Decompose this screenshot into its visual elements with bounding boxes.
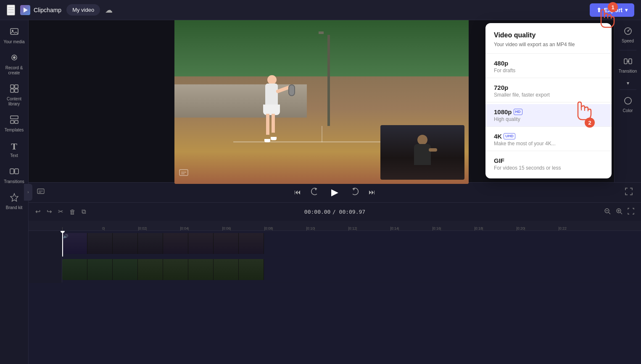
svg-marker-0: [24, 8, 28, 13]
sidebar-item-brand-kit[interactable]: Brand kit: [2, 189, 27, 214]
clip-thumb-2-3: [138, 259, 163, 280]
undo-button[interactable]: ↩: [34, 206, 42, 217]
ruler-tick-6: |0:06: [188, 226, 230, 230]
topbar-right: ⬆ Export ▾: [590, 3, 634, 17]
sidebar-item-record[interactable]: Record &create: [2, 50, 27, 79]
fullscreen-button[interactable]: [623, 186, 634, 199]
topbar-left: ☰ Clipchamp My video ☁: [7, 4, 585, 16]
quality-480p-name: 480p: [494, 60, 603, 67]
ruler-tick-16: |0:16: [398, 226, 441, 230]
sidebar-item-text[interactable]: T Text: [2, 138, 27, 162]
zoom-out-button[interactable]: [602, 206, 612, 217]
copy-button[interactable]: ⧉: [80, 206, 88, 217]
speed-icon: [624, 27, 632, 37]
play-button[interactable]: ▶: [328, 185, 342, 199]
sidebar-expand-toggle[interactable]: ›: [24, 184, 32, 201]
quality-option-4k[interactable]: 4K UHD Make the most of your 4K...: [485, 128, 612, 151]
sidebar-content-library-label: Contentlibrary: [7, 97, 21, 107]
skip-back-button[interactable]: ⏮: [293, 187, 303, 198]
tracks-area[interactable]: 🔊: [29, 231, 641, 364]
hamburger-menu-button[interactable]: ☰: [7, 5, 15, 16]
track-2-clip[interactable]: [62, 259, 277, 280]
transition-icon: [624, 57, 632, 68]
forward-button[interactable]: [348, 186, 360, 199]
divider-4: [485, 126, 612, 127]
color-icon: [624, 97, 632, 107]
right-panel-speed[interactable]: Speed: [616, 24, 640, 47]
divider-1: [485, 53, 612, 54]
cut-button[interactable]: ✂: [56, 206, 65, 217]
track-2-content: [62, 259, 277, 280]
fit-timeline-button[interactable]: [626, 206, 636, 217]
ruler-tick-4: |0:04: [146, 226, 188, 230]
zoom-in-button[interactable]: [614, 206, 624, 217]
right-panel-color[interactable]: Color: [616, 93, 640, 116]
svg-rect-10: [11, 120, 14, 123]
clip-thumb-2-1: [87, 259, 113, 280]
redo-button[interactable]: ↪: [45, 206, 54, 217]
svg-line-27: [609, 212, 610, 214]
quality-option-480p[interactable]: 480p For drafts: [485, 55, 612, 78]
sidebar-item-content-library[interactable]: Contentlibrary: [2, 81, 27, 110]
right-panel-transition[interactable]: Transition: [616, 54, 640, 77]
ruler-tick-14: |0:14: [356, 226, 398, 230]
playhead-marker: [61, 231, 65, 233]
ruler-tick-8: |0:08: [230, 226, 272, 230]
sidebar-record-label: Record &create: [5, 65, 23, 76]
delete-button[interactable]: 🗑: [68, 207, 77, 217]
svg-line-31: [620, 212, 622, 214]
track-1-clip[interactable]: 🔊: [62, 233, 277, 254]
video-quality-title: Video quality: [485, 31, 612, 42]
caption-toggle-button[interactable]: [35, 186, 46, 199]
controls-center: ⏮ ▶ ⏭: [293, 185, 377, 199]
clip-thumb-2-6: [214, 259, 239, 280]
svg-rect-1: [11, 29, 18, 34]
ruler-tick-12: |0:12: [314, 226, 356, 230]
pip-inner: [380, 125, 464, 180]
rewind-button[interactable]: [309, 186, 321, 199]
svg-rect-14: [179, 170, 188, 175]
timeline-zoom-controls: [602, 206, 636, 217]
clip-thumb-1-3: [138, 233, 163, 254]
sidebar-item-templates[interactable]: Templates: [2, 112, 27, 136]
content-library-icon: [10, 84, 19, 95]
clip-thumb-row-1: 🔊: [62, 233, 264, 254]
svg-rect-7: [11, 89, 14, 92]
current-time: 00:00.00: [304, 209, 331, 215]
quality-1080p-name: 1080p HD: [494, 108, 603, 115]
your-media-icon: [10, 27, 19, 38]
export-button[interactable]: ⬆ Export ▾: [590, 3, 634, 17]
sidebar-text-label: Text: [10, 153, 18, 158]
svg-rect-6: [15, 85, 18, 88]
video-title-button[interactable]: My video: [66, 4, 100, 16]
time-separator: /: [332, 209, 339, 215]
quality-gif-name: GIF: [494, 157, 603, 164]
cloud-sync-icon: ☁: [105, 5, 113, 15]
sidebar-item-your-media[interactable]: Your media: [2, 24, 27, 48]
quality-option-720p[interactable]: 720p Smaller file, faster export: [485, 80, 612, 102]
clip-thumb-2-7: [239, 259, 264, 280]
quality-gif-desc: For videos 15 seconds or less: [494, 165, 603, 171]
timeline-playhead: [62, 231, 63, 257]
clip-thumb-2-2: [113, 259, 138, 280]
export-label: Export: [604, 7, 623, 13]
sidebar-templates-label: Templates: [5, 128, 24, 133]
skip-forward-button[interactable]: ⏭: [367, 187, 377, 198]
clip-thumb-row-2: [62, 259, 264, 280]
video-controls-bar: ⏮ ▶ ⏭: [29, 182, 641, 202]
svg-rect-9: [11, 116, 18, 119]
export-upload-icon: ⬆: [596, 7, 601, 13]
brand-kit-icon: [10, 193, 19, 204]
clip-thumb-1-5: [188, 233, 214, 254]
hd-badge: HD: [514, 109, 522, 115]
sidebar-item-transitions[interactable]: Transitions: [2, 163, 27, 188]
ruler-ticks: 0 |0:02 |0:04 |0:06 |0:08 |0:10 |0:12 |0…: [29, 221, 641, 230]
svg-rect-13: [15, 169, 18, 174]
quality-option-gif[interactable]: GIF For videos 15 seconds or less: [485, 153, 612, 175]
clip-thumb-1-2: [113, 233, 138, 254]
timeline-toolbar: ↩ ↪ ✂ 🗑 ⧉ 00:00.00 / 00:09.97: [29, 202, 641, 221]
svg-rect-5: [11, 85, 14, 88]
divider-3: [485, 102, 612, 102]
quality-option-1080p[interactable]: 1080p HD High quality: [485, 104, 612, 126]
record-icon: [10, 53, 19, 64]
